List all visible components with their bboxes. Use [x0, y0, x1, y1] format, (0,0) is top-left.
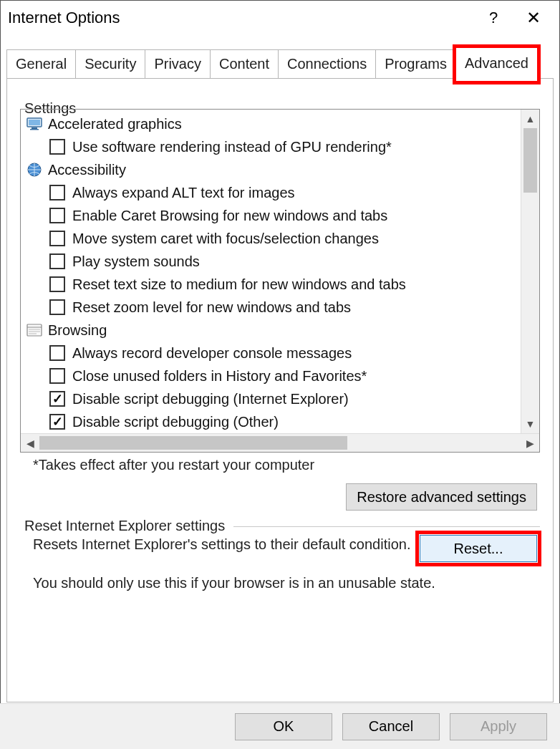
option-label: Use software rendering instead of GPU re…	[72, 135, 392, 158]
apply-button[interactable]: Apply	[450, 713, 547, 740]
reset-group: Reset Internet Explorer settings Resets …	[20, 526, 540, 591]
button-label: Restore advanced settings	[357, 489, 526, 505]
tab-label: Programs	[385, 56, 447, 72]
checkbox[interactable]	[49, 208, 65, 223]
settings-option[interactable]: Always expand ALT text for images	[49, 181, 519, 204]
scroll-right-arrow-icon[interactable]: ▶	[521, 434, 539, 452]
settings-option[interactable]: Always record developer console messages	[49, 342, 519, 364]
help-icon: ?	[489, 9, 498, 27]
checkbox[interactable]	[49, 391, 65, 407]
settings-option[interactable]: Reset zoom level for new windows and tab…	[49, 296, 519, 319]
svg-rect-3	[30, 129, 39, 130]
settings-option[interactable]: Reset text size to medium for new window…	[49, 273, 519, 296]
scroll-up-arrow-icon[interactable]: ▲	[521, 110, 539, 128]
tab-advanced[interactable]: Advanced	[455, 47, 538, 79]
button-label: Cancel	[369, 718, 413, 734]
scroll-track[interactable]	[39, 434, 521, 452]
svg-rect-2	[32, 127, 37, 129]
tab-label: Content	[219, 56, 269, 72]
cancel-button[interactable]: Cancel	[342, 713, 440, 740]
button-label: Apply	[481, 718, 516, 734]
reset-description: Resets Internet Explorer's settings to t…	[20, 535, 411, 554]
tab-label: Security	[85, 56, 136, 72]
reset-group-label: Reset Internet Explorer settings	[21, 518, 228, 534]
ok-button[interactable]: OK	[235, 713, 332, 740]
settings-category[interactable]: Accelerated graphics	[26, 112, 519, 135]
horizontal-scrollbar[interactable]: ◀ ▶	[21, 433, 539, 452]
settings-group: Settings Accelerated graphicsUse softwar…	[20, 109, 540, 511]
scroll-left-arrow-icon[interactable]: ◀	[21, 434, 39, 452]
tab-label: Connections	[287, 56, 367, 72]
scroll-thumb[interactable]	[523, 128, 537, 193]
tab-strip: General Security Privacy Content Connect…	[1, 35, 559, 78]
checkbox[interactable]	[49, 345, 65, 361]
monitor-icon	[26, 117, 42, 131]
option-label: Reset zoom level for new windows and tab…	[72, 296, 351, 319]
globe-icon	[26, 163, 42, 177]
tab-label: General	[16, 56, 67, 72]
category-label: Browsing	[48, 319, 107, 342]
checkbox[interactable]	[49, 299, 65, 315]
tab-programs[interactable]: Programs	[375, 49, 456, 78]
tab-panel-advanced: Settings Accelerated graphicsUse softwar…	[6, 78, 554, 702]
browsing-icon	[26, 323, 42, 337]
tab-connections[interactable]: Connections	[278, 49, 376, 78]
group-rule	[233, 526, 540, 527]
checkbox[interactable]	[49, 368, 65, 384]
checkbox[interactable]	[49, 139, 65, 155]
tab-privacy[interactable]: Privacy	[145, 49, 211, 78]
settings-option[interactable]: Move system caret with focus/selection c…	[49, 227, 519, 250]
tab-label: Privacy	[154, 56, 201, 72]
scroll-down-arrow-icon[interactable]: ▼	[521, 415, 539, 433]
tab-content[interactable]: Content	[210, 49, 279, 78]
option-label: Move system caret with focus/selection c…	[72, 227, 379, 250]
option-label: Enable Caret Browsing for new windows an…	[72, 204, 387, 227]
svg-rect-1	[29, 120, 40, 125]
settings-option[interactable]: Play system sounds	[49, 250, 519, 273]
dialog-footer: OK Cancel Apply	[0, 703, 560, 749]
option-label: Always record developer console messages	[72, 342, 352, 364]
checkbox[interactable]	[49, 185, 65, 200]
help-button[interactable]: ?	[473, 4, 513, 32]
tab-security[interactable]: Security	[75, 49, 145, 78]
window-title: Internet Options	[8, 9, 473, 27]
category-label: Accessibility	[48, 158, 126, 181]
settings-option[interactable]: Use software rendering instead of GPU re…	[49, 135, 519, 158]
svg-rect-5	[27, 324, 42, 336]
checkbox[interactable]	[49, 414, 65, 430]
option-label: Disable script debugging (Other)	[72, 410, 279, 433]
close-icon: ✕	[526, 8, 541, 28]
reset-button[interactable]: Reset...	[420, 535, 537, 562]
button-label: OK	[274, 718, 294, 734]
settings-footnote: *Takes effect after you restart your com…	[33, 457, 540, 473]
settings-option[interactable]: Disable script debugging (Internet Explo…	[49, 387, 519, 410]
option-label: Play system sounds	[72, 250, 200, 273]
checkbox[interactable]	[49, 231, 65, 246]
button-label: Reset...	[454, 541, 503, 556]
settings-category[interactable]: Browsing	[26, 319, 519, 342]
scroll-thumb[interactable]	[39, 436, 347, 450]
category-label: Accelerated graphics	[48, 112, 182, 135]
option-label: Reset text size to medium for new window…	[72, 273, 406, 296]
checkbox[interactable]	[49, 253, 65, 269]
settings-tree[interactable]: Accelerated graphicsUse software renderi…	[21, 110, 521, 433]
option-label: Close unused folders in History and Favo…	[72, 364, 367, 387]
close-button[interactable]: ✕	[513, 4, 554, 32]
restore-advanced-settings-button[interactable]: Restore advanced settings	[346, 483, 537, 511]
option-label: Always expand ALT text for images	[72, 181, 295, 204]
settings-tree-box: Accelerated graphicsUse software renderi…	[20, 109, 540, 453]
reset-hint: You should only use this if your browser…	[20, 575, 540, 591]
settings-option[interactable]: Enable Caret Browsing for new windows an…	[49, 204, 519, 227]
title-bar: Internet Options ? ✕	[1, 1, 559, 35]
settings-option[interactable]: Disable script debugging (Other)	[49, 410, 519, 433]
option-label: Disable script debugging (Internet Explo…	[72, 387, 349, 410]
vertical-scrollbar[interactable]: ▲ ▼	[521, 110, 539, 433]
tab-general[interactable]: General	[6, 49, 76, 78]
settings-category[interactable]: Accessibility	[26, 158, 519, 181]
tab-label: Advanced	[465, 55, 528, 72]
checkbox[interactable]	[49, 276, 65, 292]
settings-option[interactable]: Close unused folders in History and Favo…	[49, 364, 519, 387]
scroll-track[interactable]	[521, 128, 539, 415]
